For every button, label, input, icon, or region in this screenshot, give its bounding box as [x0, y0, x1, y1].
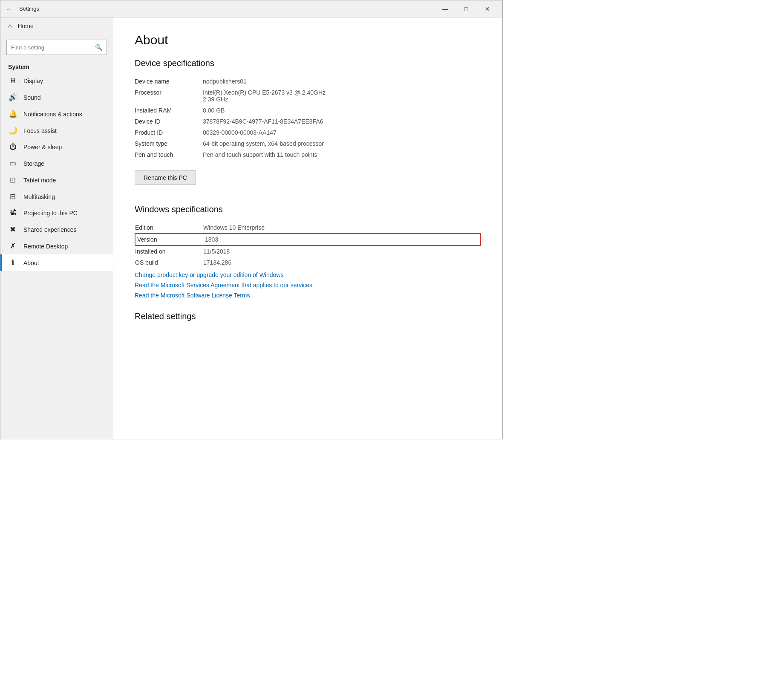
sidebar-item-remote[interactable]: ✗ Remote Desktop [0, 238, 113, 254]
spec-value: nodpublishers01 [203, 76, 481, 87]
storage-icon: ▭ [8, 159, 17, 168]
device-spec-row: Pen and touchPen and touch support with … [135, 149, 481, 160]
sidebar-item-label-focus: Focus assist [23, 127, 57, 134]
windows-spec-row: OS build17134.286 [135, 257, 481, 268]
links-container: Change product key or upgrade your editi… [135, 271, 481, 299]
notifications-icon: 🔔 [8, 110, 17, 118]
spec-label: Pen and touch [135, 149, 203, 160]
spec-value: 00329-00000-00003-AA147 [203, 127, 481, 138]
titlebar-title: Settings [19, 6, 435, 12]
sidebar-item-sound[interactable]: 🔊 Sound [0, 89, 113, 106]
sound-icon: 🔊 [8, 93, 17, 102]
back-button[interactable]: ← [6, 5, 13, 13]
spec-label: Version [135, 234, 203, 245]
sidebar-item-label-about: About [23, 260, 39, 266]
device-spec-row: Installed RAM8.00 GB [135, 105, 481, 116]
spec-value: Windows 10 Enterprise [203, 222, 481, 234]
sidebar-item-power[interactable]: ⏻ Power & sleep [0, 139, 113, 155]
sidebar-item-label-display: Display [23, 78, 43, 84]
sidebar-item-display[interactable]: 🖥 Display [0, 73, 113, 89]
sidebar: ⌂ Home 🔍 System 🖥 Display 🔊 Sound 🔔 Noti… [0, 17, 113, 439]
spec-label: Edition [135, 222, 203, 234]
windows-spec-row: Version1803 [135, 234, 481, 245]
remote-icon: ✗ [8, 242, 17, 251]
page-title: About [135, 33, 481, 47]
windows-section-title: Windows specifications [135, 205, 481, 214]
spec-value: 11/5/2018 [203, 245, 481, 257]
sidebar-item-storage[interactable]: ▭ Storage [0, 155, 113, 172]
maximize-button[interactable]: □ [456, 3, 476, 15]
spec-label: Product ID [135, 127, 203, 138]
main-content: About Device specifications Device namen… [113, 17, 502, 439]
home-icon: ⌂ [8, 23, 12, 29]
shared-icon: ✖ [8, 225, 17, 234]
windows-link-0[interactable]: Change product key or upgrade your editi… [135, 271, 481, 278]
sidebar-item-label-power: Power & sleep [23, 144, 62, 150]
sidebar-item-label-notifications: Notifications & actions [23, 111, 82, 118]
spec-value: Pen and touch support with 11 touch poin… [203, 149, 481, 160]
windows-spec-section: Windows specifications EditionWindows 10… [135, 205, 481, 299]
window-controls: — □ ✕ [435, 3, 497, 15]
sidebar-home-label: Home [17, 23, 33, 29]
spec-value: Intel(R) Xeon(R) CPU E5-2673 v3 @ 2.40GH… [203, 87, 481, 105]
rename-pc-button[interactable]: Rename this PC [135, 170, 196, 185]
sidebar-item-about[interactable]: ℹ About [0, 254, 113, 271]
spec-label: Installed RAM [135, 105, 203, 116]
sidebar-item-focus[interactable]: 🌙 Focus assist [0, 122, 113, 139]
windows-spec-row: Installed on11/5/2018 [135, 245, 481, 257]
tablet-icon: ⊡ [8, 176, 17, 185]
sidebar-item-projecting[interactable]: 📽 Projecting to this PC [0, 205, 113, 221]
focus-icon: 🌙 [8, 126, 17, 135]
power-icon: ⏻ [8, 143, 17, 151]
display-icon: 🖥 [8, 77, 17, 85]
related-section-title: Related settings [135, 312, 481, 321]
device-specs-table: Device namenodpublishers01ProcessorIntel… [135, 76, 481, 160]
sidebar-item-tablet[interactable]: ⊡ Tablet mode [0, 172, 113, 188]
search-box[interactable]: 🔍 [6, 40, 107, 55]
sidebar-item-label-projecting: Projecting to this PC [23, 210, 78, 216]
spec-value: 17134.286 [203, 257, 481, 268]
multitasking-icon: ⊟ [8, 192, 17, 201]
spec-label: Processor [135, 87, 203, 105]
spec-value: 64-bit operating system, x64-based proce… [203, 138, 481, 149]
spec-label: Device ID [135, 116, 203, 127]
spec-label: System type [135, 138, 203, 149]
about-icon: ℹ [8, 258, 17, 267]
device-spec-row: Device namenodpublishers01 [135, 76, 481, 87]
device-section-title: Device specifications [135, 58, 481, 68]
device-spec-row: System type64-bit operating system, x64-… [135, 138, 481, 149]
spec-value: 8.00 GB [203, 105, 481, 116]
app-body: ⌂ Home 🔍 System 🖥 Display 🔊 Sound 🔔 Noti… [0, 17, 502, 439]
sidebar-item-label-remote: Remote Desktop [23, 243, 68, 250]
spec-label: Installed on [135, 245, 203, 257]
windows-specs-table: EditionWindows 10 EnterpriseVersion1803I… [135, 222, 481, 268]
sidebar-item-label-storage: Storage [23, 160, 44, 167]
sidebar-item-multitasking[interactable]: ⊟ Multitasking [0, 188, 113, 205]
search-icon: 🔍 [95, 44, 102, 51]
spec-label: OS build [135, 257, 203, 268]
windows-link-1[interactable]: Read the Microsoft Services Agreement th… [135, 282, 481, 289]
sidebar-item-notifications[interactable]: 🔔 Notifications & actions [0, 106, 113, 122]
projecting-icon: 📽 [8, 209, 17, 217]
sidebar-section-label: System [0, 60, 113, 73]
sidebar-item-label-shared: Shared experiences [23, 226, 77, 233]
titlebar: ← Settings — □ ✕ [0, 0, 502, 17]
sidebar-item-label-sound: Sound [23, 94, 40, 101]
related-settings-section: Related settings [135, 312, 481, 321]
device-spec-row: Device ID37878F92-4B9C-4977-AF11-8E34A7E… [135, 116, 481, 127]
spec-value: 37878F92-4B9C-4977-AF11-8E34A7EE8FA6 [203, 116, 481, 127]
spec-value: 1803 [203, 234, 481, 245]
windows-link-2[interactable]: Read the Microsoft Software License Term… [135, 292, 481, 299]
sidebar-item-shared[interactable]: ✖ Shared experiences [0, 221, 113, 238]
windows-spec-row: EditionWindows 10 Enterprise [135, 222, 481, 234]
device-spec-row: ProcessorIntel(R) Xeon(R) CPU E5-2673 v3… [135, 87, 481, 105]
spec-label: Device name [135, 76, 203, 87]
device-spec-row: Product ID00329-00000-00003-AA147 [135, 127, 481, 138]
search-input[interactable] [11, 44, 95, 51]
sidebar-item-label-tablet: Tablet mode [23, 177, 56, 184]
close-button[interactable]: ✕ [478, 3, 497, 15]
sidebar-item-home[interactable]: ⌂ Home [0, 17, 113, 35]
sidebar-item-label-multitasking: Multitasking [23, 193, 55, 200]
minimize-button[interactable]: — [435, 3, 455, 15]
